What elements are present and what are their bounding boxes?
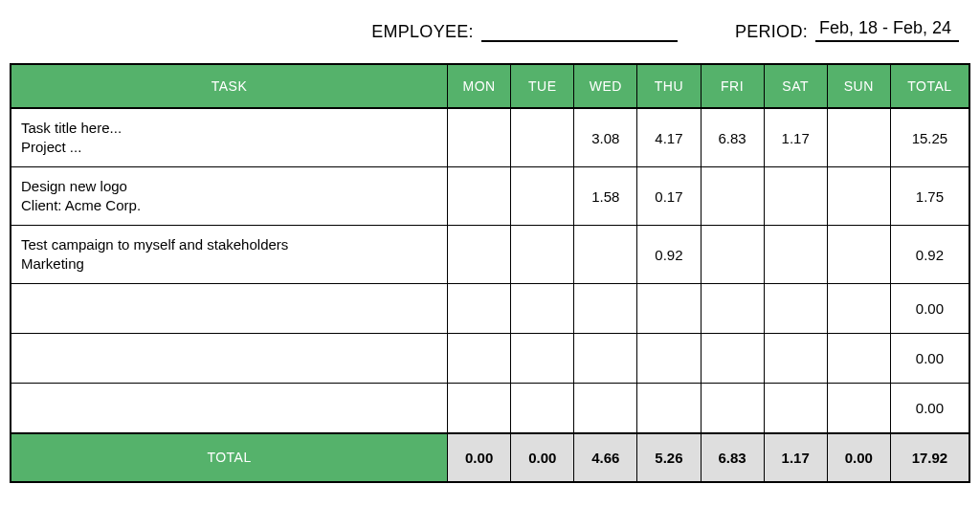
hours-cell[interactable] — [511, 108, 574, 167]
hours-cell[interactable] — [764, 167, 827, 226]
employee-value[interactable] — [481, 38, 678, 42]
col-sat: SAT — [764, 64, 827, 108]
hours-cell[interactable] — [764, 334, 827, 384]
table-row: Design new logoClient: Acme Corp.1.580.1… — [11, 167, 969, 226]
table-row: 0.00 — [11, 284, 969, 334]
hours-cell[interactable] — [701, 284, 764, 334]
hours-cell[interactable] — [764, 384, 827, 433]
footer-thu: 5.26 — [637, 433, 701, 482]
footer-fri: 6.83 — [701, 433, 764, 482]
period-field: PERIOD: Feb, 18 - Feb, 24 — [735, 17, 959, 42]
hours-cell[interactable] — [448, 226, 511, 284]
col-wed: WED — [574, 64, 637, 108]
hours-cell[interactable] — [701, 334, 764, 384]
hours-cell[interactable] — [448, 384, 511, 433]
footer-grand-total: 17.92 — [890, 433, 969, 482]
table-row: 0.00 — [11, 384, 969, 433]
footer-label: TOTAL — [11, 433, 448, 482]
col-fri: FRI — [701, 64, 764, 108]
task-cell[interactable]: Test campaign to myself and stakeholders… — [11, 226, 448, 284]
hours-cell[interactable]: 6.83 — [701, 108, 764, 167]
hours-cell[interactable] — [574, 284, 637, 334]
col-total: TOTAL — [890, 64, 969, 108]
hours-cell[interactable] — [764, 284, 827, 334]
hours-cell[interactable] — [827, 108, 890, 167]
table-row: Task title here...Project ...3.084.176.8… — [11, 108, 969, 167]
col-mon: MON — [448, 64, 511, 108]
footer-wed: 4.66 — [574, 433, 637, 482]
task-title: Task title here... — [21, 119, 437, 138]
col-thu: THU — [637, 64, 701, 108]
hours-cell[interactable]: 0.17 — [637, 167, 701, 226]
footer-mon: 0.00 — [448, 433, 511, 482]
hours-cell[interactable] — [448, 334, 511, 384]
hours-cell[interactable] — [764, 226, 827, 284]
col-tue: TUE — [511, 64, 574, 108]
hours-cell[interactable] — [511, 334, 574, 384]
hours-cell[interactable] — [827, 167, 890, 226]
hours-cell[interactable] — [448, 108, 511, 167]
hours-cell[interactable] — [827, 384, 890, 433]
hours-cell[interactable] — [637, 284, 701, 334]
task-subtitle: Client: Acme Corp. — [21, 196, 437, 215]
employee-label: EMPLOYEE: — [371, 22, 474, 42]
row-total: 15.25 — [890, 108, 969, 167]
row-total: 0.00 — [890, 334, 969, 384]
hours-cell[interactable]: 1.58 — [574, 167, 637, 226]
hours-cell[interactable]: 1.17 — [764, 108, 827, 167]
hours-cell[interactable]: 3.08 — [574, 108, 637, 167]
period-value[interactable]: Feb, 18 - Feb, 24 — [815, 17, 959, 42]
footer-tue: 0.00 — [511, 433, 574, 482]
footer-sun: 0.00 — [827, 433, 890, 482]
task-title: Design new logo — [21, 177, 437, 196]
hours-cell[interactable] — [574, 384, 637, 433]
task-cell[interactable]: Task title here...Project ... — [11, 108, 448, 167]
task-cell[interactable] — [11, 334, 448, 384]
row-total: 0.00 — [890, 284, 969, 334]
hours-cell[interactable] — [574, 226, 637, 284]
hours-cell[interactable] — [637, 334, 701, 384]
hours-cell[interactable] — [511, 384, 574, 433]
hours-cell[interactable] — [448, 167, 511, 226]
hours-cell[interactable] — [827, 334, 890, 384]
hours-cell[interactable] — [448, 284, 511, 334]
timesheet-table: TASK MON TUE WED THU FRI SAT SUN TOTAL T… — [10, 63, 970, 483]
col-task: TASK — [11, 64, 448, 108]
table-row: Test campaign to myself and stakeholders… — [11, 226, 969, 284]
hours-cell[interactable] — [637, 384, 701, 433]
hours-cell[interactable]: 0.92 — [637, 226, 701, 284]
row-total: 0.92 — [890, 226, 969, 284]
footer-sat: 1.17 — [764, 433, 827, 482]
hours-cell[interactable] — [511, 167, 574, 226]
employee-field: EMPLOYEE: — [371, 22, 678, 42]
task-cell[interactable] — [11, 284, 448, 334]
hours-cell[interactable] — [701, 167, 764, 226]
task-cell[interactable] — [11, 384, 448, 433]
table-footer-row: TOTAL 0.00 0.00 4.66 5.26 6.83 1.17 0.00… — [11, 433, 969, 482]
period-label: PERIOD: — [735, 22, 808, 42]
header-fields: EMPLOYEE: PERIOD: Feb, 18 - Feb, 24 — [10, 17, 970, 63]
hours-cell[interactable] — [827, 284, 890, 334]
table-header-row: TASK MON TUE WED THU FRI SAT SUN TOTAL — [11, 64, 969, 108]
hours-cell[interactable] — [701, 384, 764, 433]
task-subtitle: Project ... — [21, 138, 437, 157]
row-total: 0.00 — [890, 384, 969, 433]
task-cell[interactable]: Design new logoClient: Acme Corp. — [11, 167, 448, 226]
task-subtitle: Marketing — [21, 254, 437, 274]
hours-cell[interactable] — [701, 226, 764, 284]
hours-cell[interactable] — [827, 226, 890, 284]
hours-cell[interactable] — [511, 284, 574, 334]
hours-cell[interactable]: 4.17 — [637, 108, 701, 167]
col-sun: SUN — [827, 64, 890, 108]
table-row: 0.00 — [11, 334, 969, 384]
hours-cell[interactable] — [574, 334, 637, 384]
task-title: Test campaign to myself and stakeholders — [21, 235, 437, 254]
row-total: 1.75 — [890, 167, 969, 226]
hours-cell[interactable] — [511, 226, 574, 284]
